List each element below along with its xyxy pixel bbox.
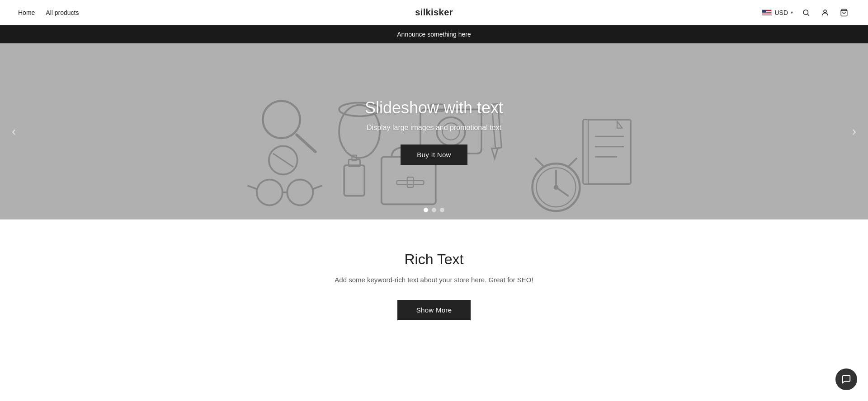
- flag-icon: [762, 9, 772, 16]
- slideshow-subtitle: Display large images and promotional tex…: [365, 124, 503, 132]
- search-icon: [802, 9, 810, 17]
- main-nav: Home All products: [18, 9, 79, 16]
- svg-point-0: [803, 10, 808, 15]
- search-button[interactable]: [800, 7, 812, 19]
- svg-rect-26: [397, 181, 424, 185]
- svg-line-20: [248, 186, 257, 189]
- svg-point-2: [824, 10, 826, 13]
- rich-text-section: Rich Text Add some keyword-rich text abo…: [0, 219, 868, 356]
- svg-point-17: [257, 180, 283, 205]
- chevron-down-icon: ▾: [791, 10, 793, 15]
- slideshow-dots: [424, 208, 444, 212]
- cart-icon: [840, 9, 848, 17]
- svg-line-21: [313, 186, 322, 189]
- svg-line-1: [807, 14, 809, 15]
- site-logo: silkisker: [415, 7, 453, 18]
- announcement-bar: Announce something here: [0, 25, 868, 43]
- slideshow-next-button[interactable]: ›: [845, 121, 863, 142]
- svg-line-5: [297, 135, 315, 152]
- account-button[interactable]: [819, 7, 831, 19]
- svg-line-16: [273, 154, 293, 167]
- header-actions: USD ▾: [762, 7, 850, 19]
- show-more-button[interactable]: Show More: [397, 300, 471, 320]
- slideshow-title: Slideshow with text: [365, 98, 503, 117]
- svg-rect-27: [407, 177, 414, 187]
- buy-now-button[interactable]: Buy It Now: [401, 145, 467, 165]
- svg-point-32: [554, 185, 559, 190]
- slideshow-section: ‹ Slideshow with text Display large imag…: [0, 43, 868, 219]
- svg-rect-22: [344, 165, 364, 196]
- slideshow-content: Slideshow with text Display large images…: [365, 98, 503, 165]
- svg-rect-35: [583, 120, 631, 184]
- nav-all-products[interactable]: All products: [46, 9, 79, 16]
- currency-selector[interactable]: USD ▾: [762, 9, 793, 16]
- svg-point-4: [263, 101, 300, 139]
- slide-dot-2[interactable]: [432, 208, 436, 212]
- announcement-text: Announce something here: [397, 31, 471, 38]
- rich-text-subtitle: Add some keyword-rich text about your st…: [18, 276, 850, 284]
- account-icon: [821, 9, 829, 17]
- rich-text-title: Rich Text: [18, 251, 850, 268]
- svg-line-33: [536, 159, 544, 167]
- cart-button[interactable]: [838, 7, 850, 19]
- nav-home[interactable]: Home: [18, 9, 35, 16]
- svg-line-34: [568, 159, 576, 167]
- currency-code: USD: [774, 9, 788, 16]
- site-header: Home All products silkisker USD ▾: [0, 0, 868, 25]
- slide-dot-3[interactable]: [440, 208, 444, 212]
- svg-point-18: [287, 180, 313, 205]
- svg-rect-36: [583, 120, 588, 184]
- slideshow-prev-button[interactable]: ‹: [5, 121, 23, 142]
- slide-dot-1[interactable]: [424, 208, 428, 212]
